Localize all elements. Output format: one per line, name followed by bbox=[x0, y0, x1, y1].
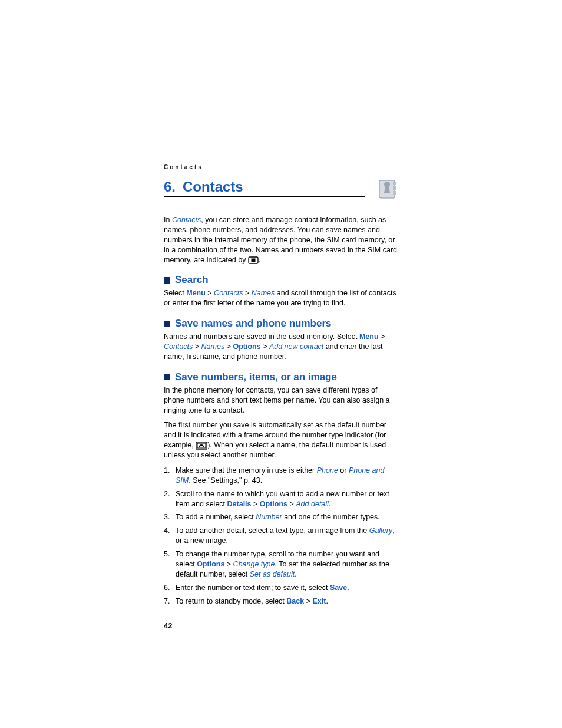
chapter-heading-row: 6.Contacts bbox=[164, 179, 398, 200]
contacts-link[interactable]: Contacts bbox=[214, 289, 243, 297]
step-3: To add a number, select Number and one o… bbox=[164, 512, 398, 522]
phone-type-icon bbox=[196, 442, 207, 450]
square-bullet-icon bbox=[164, 277, 170, 284]
save-numbers-p2: The first number you save is automatical… bbox=[164, 420, 398, 460]
save-names-paragraph: Names and numbers are saved in the used … bbox=[164, 332, 398, 362]
step-7: To return to standby mode, select Back >… bbox=[164, 597, 398, 607]
step-5: To change the number type, scroll to the… bbox=[164, 549, 398, 579]
svg-rect-4 bbox=[251, 258, 255, 262]
square-bullet-icon bbox=[164, 321, 170, 327]
search-paragraph: Select Menu > Contacts > Names and scrol… bbox=[164, 288, 398, 308]
step-1: Make sure that the memory in use is eith… bbox=[164, 466, 398, 486]
contacts-link[interactable]: Contacts bbox=[164, 342, 193, 351]
contacts-link[interactable]: Contacts bbox=[172, 216, 201, 224]
intro-paragraph: In Contacts, you can store and manage co… bbox=[164, 215, 398, 265]
section-search-heading: Search bbox=[164, 274, 398, 286]
chapter-title-text: Contacts bbox=[183, 179, 243, 195]
set-as-default-link[interactable]: Set as default bbox=[250, 570, 295, 578]
steps-list: Make sure that the memory in use is eith… bbox=[164, 466, 398, 607]
menu-link[interactable]: Menu bbox=[186, 289, 206, 297]
change-type-link[interactable]: Change type bbox=[233, 560, 275, 568]
details-link[interactable]: Details bbox=[227, 500, 252, 508]
step-4: To add another detail, select a text typ… bbox=[164, 526, 398, 546]
menu-link[interactable]: Menu bbox=[359, 332, 379, 341]
add-new-contact-link[interactable]: Add new contact bbox=[269, 342, 323, 351]
section-save-numbers-heading: Save numbers, items, or an image bbox=[164, 371, 398, 383]
step-2: Scroll to the name to which you want to … bbox=[164, 489, 398, 509]
options-link[interactable]: Options bbox=[233, 342, 260, 351]
step-6: Enter the number or text item; to save i… bbox=[164, 583, 398, 593]
running-header: Contacts bbox=[164, 164, 398, 170]
add-detail-link[interactable]: Add detail bbox=[296, 500, 329, 508]
options-link[interactable]: Options bbox=[197, 560, 224, 568]
chapter-title-wrap: 6.Contacts bbox=[164, 179, 365, 197]
number-link[interactable]: Number bbox=[256, 513, 282, 521]
manual-page: Contacts 6.Contacts In Contacts, you can… bbox=[0, 0, 562, 666]
svg-rect-2 bbox=[393, 186, 396, 190]
svg-rect-1 bbox=[393, 182, 396, 185]
chapter-number: 6. bbox=[164, 179, 176, 195]
phone-link[interactable]: Phone bbox=[317, 466, 338, 475]
options-link[interactable]: Options bbox=[260, 500, 287, 508]
back-link[interactable]: Back bbox=[286, 597, 304, 605]
page-number: 42 bbox=[164, 621, 398, 630]
address-book-icon bbox=[377, 179, 398, 200]
sim-card-icon bbox=[248, 256, 259, 264]
names-link[interactable]: Names bbox=[252, 289, 275, 297]
names-link[interactable]: Names bbox=[201, 342, 225, 351]
chapter-title: 6.Contacts bbox=[164, 179, 243, 195]
save-numbers-p1: In the phone memory for contacts, you ca… bbox=[164, 386, 398, 416]
save-link[interactable]: Save bbox=[330, 584, 347, 592]
section-save-names-heading: Save names and phone numbers bbox=[164, 318, 398, 330]
exit-link[interactable]: Exit bbox=[312, 597, 326, 605]
square-bullet-icon bbox=[164, 374, 170, 380]
gallery-link[interactable]: Gallery bbox=[369, 526, 393, 535]
svg-rect-3 bbox=[393, 191, 396, 195]
